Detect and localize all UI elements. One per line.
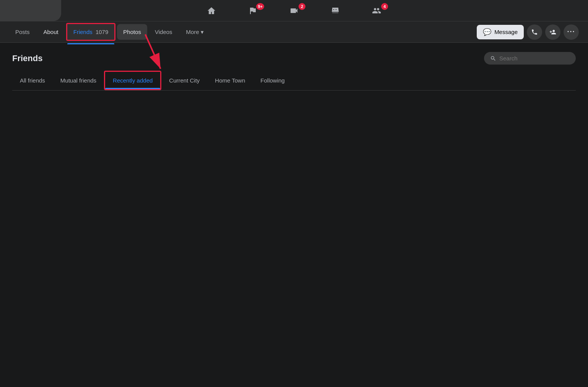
add-friend-button[interactable] bbox=[545, 24, 560, 40]
call-button[interactable] bbox=[527, 24, 542, 40]
friends-filter-bar: All friends Mutual friends Recently adde… bbox=[12, 71, 576, 91]
search-icon bbox=[490, 55, 496, 62]
tab-posts[interactable]: Posts bbox=[9, 24, 36, 40]
filter-all-friends[interactable]: All friends bbox=[12, 72, 53, 89]
top-nav-left-panel bbox=[0, 0, 61, 21]
home-nav-btn[interactable] bbox=[192, 2, 231, 20]
filter-current-city[interactable]: Current City bbox=[161, 72, 207, 89]
filter-following[interactable]: Following bbox=[253, 72, 292, 89]
video-badge: 2 bbox=[299, 3, 305, 10]
tab-about[interactable]: About bbox=[37, 24, 65, 40]
store-icon bbox=[331, 6, 340, 15]
top-nav-icons: 9+ 2 4 bbox=[192, 2, 396, 20]
tab-photos[interactable]: Photos bbox=[117, 24, 147, 40]
filter-recently-added[interactable]: Recently added bbox=[104, 71, 161, 90]
tab-more[interactable]: More ▾ bbox=[180, 24, 210, 40]
tab-videos[interactable]: Videos bbox=[149, 24, 179, 40]
main-content: Friends All friends Mutual friends Recen… bbox=[0, 43, 588, 100]
friends-badge: 4 bbox=[381, 3, 388, 10]
search-input[interactable] bbox=[499, 55, 570, 62]
profile-actions: 💬 Message ··· bbox=[477, 24, 579, 40]
message-button[interactable]: 💬 Message bbox=[477, 25, 524, 39]
profile-tab-list: Posts About Friends 1079 Photos Videos M… bbox=[9, 23, 475, 41]
store-nav-btn[interactable] bbox=[316, 2, 354, 20]
profile-tab-bar: Posts About Friends 1079 Photos Videos M… bbox=[0, 21, 588, 43]
dropdown-chevron-icon: ▾ bbox=[201, 29, 204, 35]
friends-count: 1079 bbox=[96, 29, 108, 35]
person-add-icon bbox=[549, 29, 556, 36]
flag-nav-btn[interactable]: 9+ bbox=[234, 2, 272, 20]
video-nav-btn[interactable]: 2 bbox=[275, 2, 313, 20]
flag-icon bbox=[248, 6, 257, 15]
tab-friends[interactable]: Friends 1079 bbox=[66, 23, 116, 41]
ellipsis-icon: ··· bbox=[567, 28, 575, 36]
search-box[interactable] bbox=[484, 52, 576, 65]
messenger-icon: 💬 bbox=[483, 28, 491, 36]
friends-icon bbox=[372, 6, 381, 15]
phone-icon bbox=[531, 29, 538, 36]
filter-mutual-friends[interactable]: Mutual friends bbox=[53, 72, 104, 89]
flag-badge: 9+ bbox=[256, 3, 264, 10]
friends-title: Friends bbox=[12, 53, 42, 63]
home-icon bbox=[207, 6, 216, 15]
friends-nav-btn[interactable]: 4 bbox=[357, 2, 396, 20]
more-options-button[interactable]: ··· bbox=[564, 24, 579, 40]
friends-header: Friends bbox=[12, 52, 576, 65]
video-icon bbox=[289, 6, 299, 15]
top-nav: 9+ 2 4 bbox=[0, 0, 588, 21]
filter-home-town[interactable]: Home Town bbox=[207, 72, 253, 89]
